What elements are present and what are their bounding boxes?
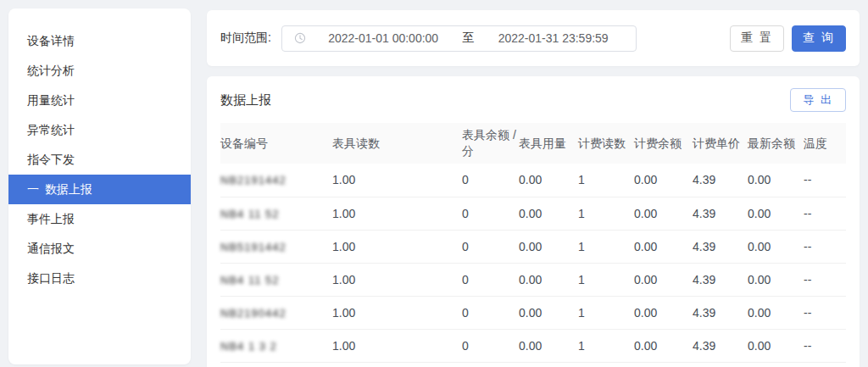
- cell-value: 4.39: [693, 273, 715, 286]
- cell-value: 0: [462, 339, 469, 353]
- device-id: NB4 11 52: [220, 208, 279, 220]
- column-header: 表具用量: [519, 123, 578, 164]
- cell-value: 1.00: [332, 306, 355, 320]
- menu-item-label: 事件上报: [27, 212, 75, 225]
- table-header: 设备编号 表具读数 表具余额 / 分 表具用量 计费读数 计费余额 计费单价 最…: [220, 123, 846, 164]
- cell-value: 0.00: [634, 207, 657, 220]
- cell-value: 0: [462, 240, 469, 253]
- filter-card: 时间范围: 2022-01-01 00:00:00 至 2022-01-31 2…: [207, 10, 860, 66]
- table-row: NB2191442 1.00 0 0.00 1 0.00 4.39 0.00 -…: [220, 164, 846, 197]
- filter-row: 时间范围: 2022-01-01 00:00:00 至 2022-01-31 2…: [207, 10, 860, 66]
- active-dash-icon: 一: [27, 182, 39, 196]
- sidebar-item[interactable]: 统计分析: [8, 56, 191, 86]
- cell-value: 0.00: [519, 173, 542, 186]
- cell-value: 0: [462, 306, 469, 320]
- sidebar-item[interactable]: 一数据上报: [8, 175, 191, 204]
- time-range-label: 时间范围:: [220, 31, 271, 46]
- cell-value: 0.00: [748, 306, 771, 320]
- table-row: NB4 1 3 2 1.00 0 0.00 1 0.00 4.39 0.00 -…: [220, 329, 846, 362]
- datetime-range-input[interactable]: 2022-01-01 00:00:00 至 2022-01-31 23:59:5…: [281, 25, 637, 52]
- cell-value: 1.00: [332, 339, 355, 353]
- cell-value: 1.00: [332, 273, 355, 286]
- reset-button[interactable]: 重 置: [730, 25, 784, 52]
- table-body: NB2191442 1.00 0 0.00 1 0.00 4.39 0.00 -…: [220, 164, 846, 362]
- range-separator: 至: [457, 31, 479, 46]
- cell-value: 0.00: [748, 339, 771, 353]
- column-header: 最新余额: [748, 123, 804, 164]
- cell-value: 0.00: [634, 339, 657, 353]
- column-header: 计费余额: [634, 123, 693, 164]
- device-id: NB2190442: [220, 307, 287, 320]
- sidebar-item[interactable]: 异常统计: [8, 115, 191, 145]
- cell-value: 0.00: [748, 240, 771, 253]
- cell-value: --: [804, 207, 811, 220]
- column-header: 表具余额 / 分: [462, 123, 519, 164]
- column-header: 计费读数: [578, 123, 634, 164]
- cell-value: --: [804, 339, 811, 353]
- menu-item-label: 用量统计: [27, 93, 75, 107]
- clock-icon: [294, 32, 306, 44]
- cell-value: 0.00: [634, 173, 657, 186]
- table-row: NB5191442 1.00 0 0.00 1 0.00 4.39 0.00 -…: [220, 230, 846, 263]
- start-datetime-value[interactable]: 2022-01-01 00:00:00: [309, 31, 458, 45]
- sidebar-menu: 设备详情 统计分析 用量统计 异常统计 指令下发 一数据上报 事件上报 通信报文…: [8, 26, 191, 293]
- cell-value: 0: [462, 173, 469, 186]
- column-header: 设备编号: [220, 123, 332, 164]
- cell-value: --: [804, 306, 811, 320]
- cell-value: 1.00: [332, 207, 355, 220]
- data-report-table: 设备编号 表具读数 表具余额 / 分 表具用量 计费读数 计费余额 计费单价 最…: [220, 123, 846, 363]
- data-report-panel: 数据上报 导 出 设备编号 表具读数 表具余额 / 分 表具用量 计费读数 计费…: [207, 76, 860, 367]
- menu-item-label: 通信报文: [27, 242, 75, 255]
- cell-value: 0.00: [519, 273, 542, 286]
- cell-value: 4.39: [693, 339, 715, 353]
- panel-header: 数据上报 导 出: [207, 76, 860, 123]
- device-id: NB4 11 52: [220, 274, 279, 286]
- cell-value: 0.00: [519, 306, 542, 320]
- cell-value: 1: [578, 207, 585, 220]
- column-header: 表具读数: [332, 123, 462, 164]
- cell-value: 0.00: [748, 273, 771, 286]
- filter-actions: 重 置 查 询: [730, 25, 846, 52]
- cell-value: 1: [578, 339, 585, 353]
- export-button[interactable]: 导 出: [790, 88, 846, 112]
- cell-value: 1.00: [332, 173, 355, 186]
- sidebar-item[interactable]: 设备详情: [8, 26, 191, 56]
- device-id: NB4 1 3 2: [220, 340, 277, 353]
- device-id: NB5191442: [220, 241, 287, 253]
- cell-value: 0.00: [519, 240, 542, 253]
- cell-value: 4.39: [693, 173, 715, 186]
- cell-value: 1: [578, 240, 585, 253]
- cell-value: --: [804, 240, 811, 253]
- cell-value: 0.00: [519, 207, 542, 220]
- table-row: NB4 11 52 1.00 0 0.00 1 0.00 4.39 0.00 -…: [220, 197, 846, 230]
- cell-value: 0.00: [634, 240, 657, 253]
- end-datetime-value[interactable]: 2022-01-31 23:59:59: [479, 31, 627, 45]
- column-header: 温度: [804, 123, 846, 164]
- cell-value: 4.39: [693, 207, 715, 220]
- menu-item-label: 数据上报: [45, 182, 92, 196]
- panel-title: 数据上报: [220, 92, 271, 108]
- sidebar-item[interactable]: 事件上报: [8, 204, 191, 234]
- table-row: NB4 11 52 1.00 0 0.00 1 0.00 4.39 0.00 -…: [220, 263, 846, 296]
- device-id: NB2191442: [220, 174, 287, 186]
- cell-value: 0.00: [634, 273, 657, 286]
- sidebar-item[interactable]: 通信报文: [8, 234, 191, 264]
- cell-value: 0.00: [748, 173, 771, 186]
- menu-item-label: 指令下发: [27, 153, 75, 166]
- sidebar-item[interactable]: 指令下发: [8, 145, 191, 175]
- query-button[interactable]: 查 询: [792, 25, 846, 52]
- menu-item-label: 接口日志: [27, 271, 75, 285]
- table-header-row: 设备编号 表具读数 表具余额 / 分 表具用量 计费读数 计费余额 计费单价 最…: [220, 123, 846, 164]
- cell-value: --: [804, 173, 811, 186]
- sidebar: 设备详情 统计分析 用量统计 异常统计 指令下发 一数据上报 事件上报 通信报文…: [8, 8, 191, 364]
- cell-value: 4.39: [693, 306, 715, 320]
- cell-value: 0.00: [634, 306, 657, 320]
- cell-value: --: [804, 273, 811, 286]
- cell-value: 4.39: [693, 240, 715, 253]
- cell-value: 1: [578, 306, 585, 320]
- cell-value: 1.00: [332, 240, 355, 253]
- cell-value: 0: [462, 207, 469, 220]
- sidebar-item[interactable]: 用量统计: [8, 86, 191, 115]
- sidebar-item[interactable]: 接口日志: [8, 264, 191, 293]
- cell-value: 0.00: [748, 207, 771, 220]
